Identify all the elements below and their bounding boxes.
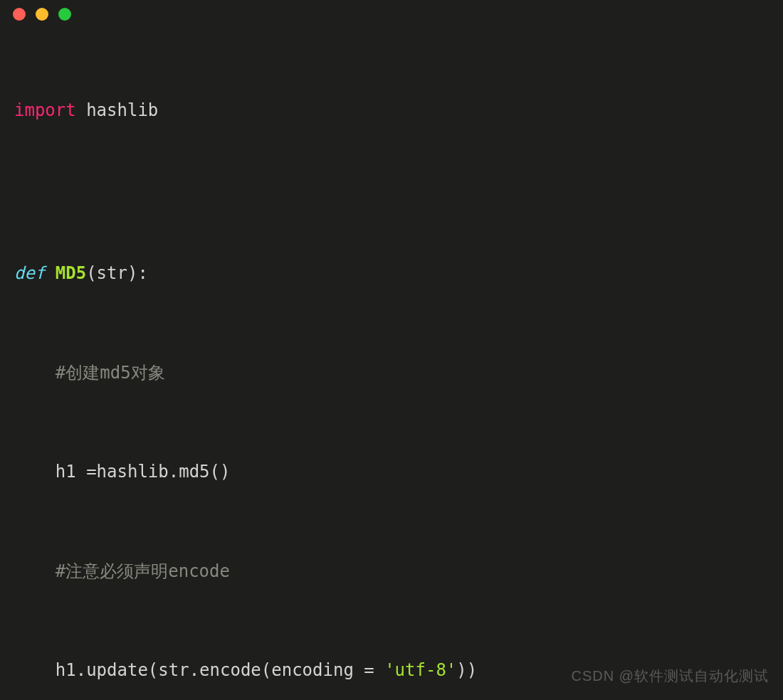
close-icon[interactable] [13, 8, 26, 21]
maximize-icon[interactable] [58, 8, 71, 21]
code-text: h1.update(str.encode(encoding = [14, 660, 384, 680]
code-line: #创建md5对象 [14, 360, 769, 386]
blank-line [14, 151, 769, 179]
comment: #注意必须声明encode [14, 561, 230, 581]
comment: #创建md5对象 [14, 363, 165, 383]
code-line: def MD5(str): [14, 260, 769, 287]
blank-line [14, 206, 769, 234]
string-literal: 'utf-8' [384, 660, 456, 680]
watermark-text: CSDN @软件测试自动化测试 [571, 667, 769, 686]
code-text: h1 =hashlib.md5() [14, 462, 230, 482]
code-line: #注意必须声明encode [14, 558, 769, 585]
keyword-def: def [14, 263, 45, 283]
blank-line [14, 611, 769, 631]
code-line: import hashlib [14, 97, 769, 124]
code-line: h1 =hashlib.md5() [14, 459, 769, 485]
minimize-icon[interactable] [36, 8, 48, 21]
module-name: hashlib [76, 100, 159, 120]
keyword-import: import [14, 100, 76, 120]
window-titlebar [0, 0, 783, 28]
blank-line [14, 413, 769, 433]
function-name: MD5 [45, 263, 86, 283]
code-editor: import hashlib def MD5(str): #创建md5对象 h1… [0, 28, 783, 700]
params: (str): [86, 263, 148, 283]
code-text: )) [456, 660, 477, 680]
blank-line [14, 511, 769, 531]
blank-line [14, 313, 769, 333]
